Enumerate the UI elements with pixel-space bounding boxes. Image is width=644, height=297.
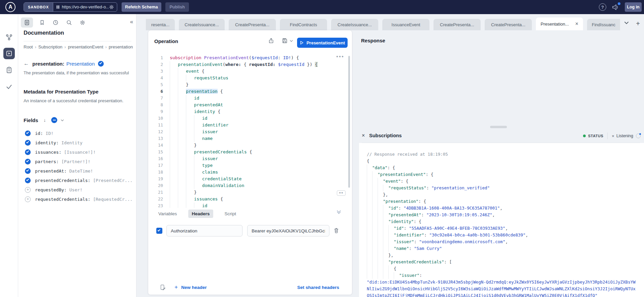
editor-widget-icon[interactable]: ●● — [337, 190, 346, 196]
stop-listening-icon[interactable]: × — [612, 134, 614, 139]
panel-tab-script[interactable]: Script — [221, 210, 240, 218]
tab-label: CreatePresenta... — [235, 22, 269, 27]
breadcrumb-separator: › — [35, 44, 36, 49]
endpoint-settings-gear-icon[interactable] — [109, 4, 114, 10]
announcements-megaphone-icon[interactable] — [611, 3, 620, 11]
line-number: 7 — [148, 95, 163, 102]
field-add-plus-icon[interactable]: + — [25, 196, 31, 202]
publish-button[interactable]: Publish — [165, 2, 189, 12]
apollo-logo-icon[interactable]: A — [5, 2, 15, 12]
field-row-presentedCredentials[interactable]: presentedCredentials: [PresentedCr... — [18, 176, 136, 185]
breadcrumb-item[interactable]: presentation — [109, 44, 133, 49]
header-enabled-checkbox[interactable] — [156, 228, 162, 234]
documentation-panel: « Documentation Root›Subscription›presen… — [18, 14, 136, 297]
edit-defaults-icon[interactable] — [160, 284, 166, 290]
close-subscriptions-icon[interactable]: × — [362, 133, 365, 139]
operation-tab[interactable]: resenta... — [146, 19, 175, 30]
code-line: 12issuer — [148, 128, 352, 135]
field-selected-check-icon[interactable] — [25, 168, 31, 174]
header-key-input[interactable] — [166, 225, 243, 236]
tab-overflow-chevron-icon[interactable] — [624, 20, 629, 26]
explorer-icon[interactable] — [3, 48, 15, 59]
settings-gear-icon[interactable] — [79, 20, 86, 26]
line-number: 1 — [148, 54, 163, 61]
login-button[interactable]: Log in — [625, 2, 642, 12]
operation-tab[interactable]: FindContracts — [280, 19, 327, 30]
json-line: // Response received at 18:19:05 — [367, 151, 638, 158]
code-line: 8presentedAt — [148, 102, 352, 108]
breadcrumb-item[interactable]: Root — [24, 44, 33, 49]
operation-tab[interactable]: FindIssuanc — [587, 19, 620, 30]
header-value-input[interactable] — [247, 225, 329, 236]
field-add-plus-icon[interactable]: + — [25, 187, 31, 193]
metadata-description: An instance of a successful credential p… — [24, 98, 123, 103]
back-arrow-icon[interactable]: ← — [24, 61, 29, 67]
field-type-link[interactable]: Presentation — [66, 61, 95, 67]
checklist-icon[interactable] — [5, 66, 13, 74]
field-selected-check-icon[interactable] — [25, 178, 31, 183]
save-operation-icon[interactable] — [282, 38, 292, 44]
json-line: "presentationEvent": { — [367, 171, 638, 178]
code-line: 9identity { — [148, 108, 352, 115]
metadata-heading: Metadata for Presentation Type — [24, 89, 98, 95]
new-tab-button[interactable]: + — [636, 20, 640, 28]
line-number: 20 — [148, 182, 163, 189]
endpoint-url-input[interactable]: https://vo-dev-verified-o... — [62, 5, 109, 9]
collapse-section-chevron-icon[interactable] — [337, 209, 340, 212]
operation-tab[interactable]: CreateIssuance... — [331, 19, 378, 30]
checks-icon[interactable] — [5, 83, 13, 90]
editor-scrollbar[interactable] — [348, 56, 350, 188]
history-icon[interactable] — [53, 20, 59, 26]
documentation-tab-icon[interactable] — [21, 17, 33, 28]
operation-editor[interactable]: 1subscription PresentationEvent($request… — [148, 52, 352, 208]
operation-tab[interactable]: CreatePresenta... — [229, 19, 276, 30]
field-row-partners[interactable]: partners: [Partner!]! — [18, 157, 136, 166]
inline-actions-icon[interactable]: ●●● — [336, 54, 344, 58]
code-line: 2presentationEvent(where: { requestId: $… — [148, 61, 352, 68]
code-line: 3event { — [148, 68, 352, 75]
operation-tab[interactable]: Presentation...× — [536, 17, 583, 30]
field-selected-check-icon[interactable] — [25, 149, 31, 155]
field-row-requestedBy[interactable]: +requestedBy: User! — [18, 185, 136, 194]
operation-tab[interactable]: CreatePresenta... — [485, 19, 532, 30]
save-options-chevron-icon[interactable] — [290, 39, 293, 42]
pause-icon[interactable] — [57, 5, 59, 9]
operation-tab[interactable]: CreateIssuance... — [179, 19, 225, 30]
field-selected-check-icon[interactable] — [98, 61, 104, 67]
delete-header-icon[interactable] — [333, 227, 339, 234]
graph-icon[interactable] — [5, 34, 13, 41]
bookmark-icon[interactable] — [39, 20, 45, 26]
top-bar: A SANDBOX https://vo-dev-verified-o... R… — [0, 0, 644, 14]
code-line: 7id — [148, 95, 352, 102]
notification-dot — [618, 2, 620, 5]
field-selected-check-icon[interactable] — [25, 159, 31, 164]
field-row-requestedCredentials[interactable]: +requestedCredentials: [RequestedCr... — [18, 194, 136, 204]
fields-options-chevron-icon[interactable] — [61, 118, 64, 121]
help-icon[interactable]: ? — [599, 3, 606, 11]
collapse-panel-icon[interactable]: « — [130, 18, 133, 25]
sort-fields-icon[interactable]: ↓ — [43, 117, 46, 123]
field-row-presentedAt[interactable]: presentedAt: DateTime! — [18, 166, 136, 176]
field-selected-check-icon[interactable] — [25, 131, 31, 136]
breadcrumb-item[interactable]: presentationEvent — [68, 44, 103, 49]
new-header-button[interactable]: + New header — [174, 284, 207, 291]
search-icon[interactable] — [66, 20, 72, 26]
panel-splitter-handle[interactable] — [490, 126, 507, 128]
set-shared-headers-button[interactable]: Set shared headers — [297, 285, 339, 290]
endpoint-url-group: SANDBOX https://vo-dev-verified-o... — [24, 2, 117, 12]
refetch-schema-button[interactable]: Refetch Schema — [122, 2, 161, 12]
deselect-all-fields-icon[interactable] — [51, 117, 57, 123]
field-row-issuances[interactable]: issuances: [Issuance!]! — [18, 147, 136, 157]
operation-tab[interactable]: IssuanceEvent — [382, 19, 429, 30]
panel-tab-variables[interactable]: Variables — [155, 210, 180, 218]
run-operation-button[interactable]: PresentationEvent — [297, 38, 348, 48]
operation-tab[interactable]: CreatePresenta... — [433, 19, 481, 30]
breadcrumb-item[interactable]: Subscription — [38, 44, 63, 49]
share-operation-icon[interactable] — [268, 38, 274, 44]
field-row-id[interactable]: id: ID! — [18, 128, 136, 138]
field-selected-check-icon[interactable] — [25, 140, 31, 146]
panel-tab-headers[interactable]: Headers — [188, 210, 213, 218]
close-tab-icon[interactable]: × — [575, 21, 578, 27]
subscriptions-controls: STATUS × Listening — [583, 132, 641, 140]
field-row-identity[interactable]: identity: Identity — [18, 138, 136, 147]
